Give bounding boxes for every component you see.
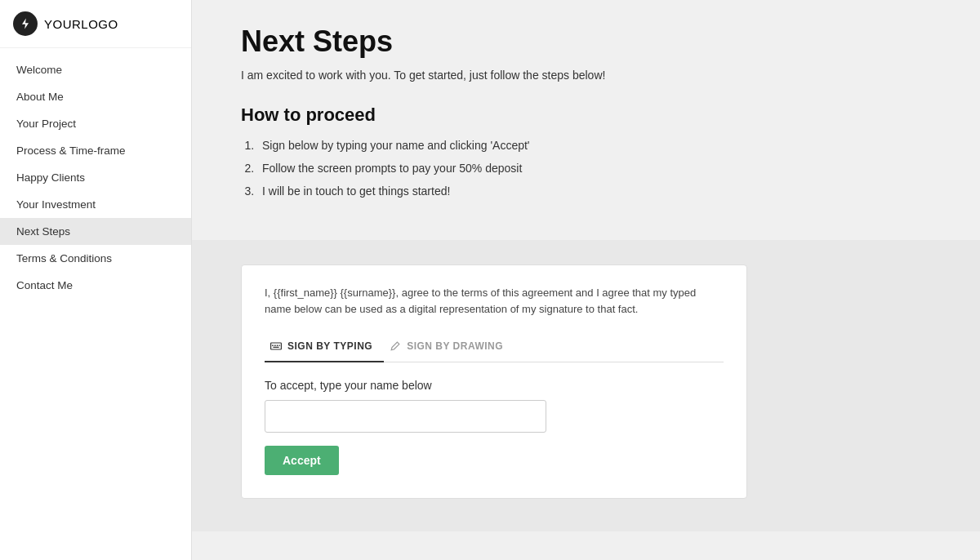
logo-icon	[13, 11, 38, 36]
name-input[interactable]	[265, 400, 546, 433]
top-section: Next Steps I am excited to work with you…	[192, 0, 980, 240]
sidebar-item-your-project[interactable]: Your Project	[0, 110, 191, 137]
logo: YOURLOGO	[0, 0, 191, 48]
bottom-section: I, {{first_name}} {{surname}}, agree to …	[192, 240, 980, 531]
step-3: I will be in touch to get things started…	[257, 184, 931, 198]
sign-tabs: SIGN BY TYPING SIGN BY DRAWING	[265, 333, 724, 362]
main-content: Next Steps I am excited to work with you…	[192, 0, 980, 560]
sidebar-item-next-steps[interactable]: Next Steps	[0, 218, 191, 245]
sidebar-item-happy-clients[interactable]: Happy Clients	[0, 164, 191, 191]
sidebar-item-contact[interactable]: Contact Me	[0, 272, 191, 299]
logo-text: YOURLOGO	[44, 17, 118, 31]
sidebar-item-investment[interactable]: Your Investment	[0, 191, 191, 218]
page-subtitle: I am excited to work with you. To get st…	[241, 69, 931, 82]
svg-rect-4	[277, 344, 278, 346]
svg-marker-0	[22, 19, 29, 29]
svg-rect-2	[272, 344, 274, 346]
tab-sign-by-typing[interactable]: SIGN BY TYPING	[265, 333, 384, 362]
sidebar-item-process[interactable]: Process & Time-frame	[0, 137, 191, 164]
signature-card: I, {{first_name}} {{surname}}, agree to …	[241, 264, 747, 499]
svg-rect-5	[279, 344, 280, 346]
bolt-icon	[19, 17, 32, 30]
sidebar-item-terms[interactable]: Terms & Conditions	[0, 245, 191, 272]
step-2: Follow the screen prompts to pay your 50…	[257, 162, 931, 175]
accept-button[interactable]: Accept	[265, 446, 339, 475]
steps-list: Sign below by typing your name and click…	[241, 139, 931, 198]
sidebar: YOURLOGO Welcome About Me Your Project P…	[0, 0, 192, 560]
tab-sign-by-drawing[interactable]: SIGN BY DRAWING	[384, 333, 514, 362]
svg-rect-3	[274, 344, 276, 346]
step-1: Sign below by typing your name and click…	[257, 139, 931, 152]
sidebar-nav: Welcome About Me Your Project Process & …	[0, 48, 191, 307]
tab-typing-label: SIGN BY TYPING	[287, 340, 372, 352]
type-label: To accept, type your name below	[265, 379, 724, 392]
agreement-text: I, {{first_name}} {{surname}}, agree to …	[265, 285, 724, 317]
sidebar-item-welcome[interactable]: Welcome	[0, 56, 191, 83]
pen-icon	[389, 340, 402, 353]
tab-drawing-label: SIGN BY DRAWING	[407, 340, 503, 352]
sidebar-item-about-me[interactable]: About Me	[0, 83, 191, 110]
keyboard-icon	[270, 340, 283, 353]
how-to-proceed-title: How to proceed	[241, 104, 931, 126]
page-title: Next Steps	[241, 24, 931, 59]
svg-rect-6	[273, 347, 278, 348]
